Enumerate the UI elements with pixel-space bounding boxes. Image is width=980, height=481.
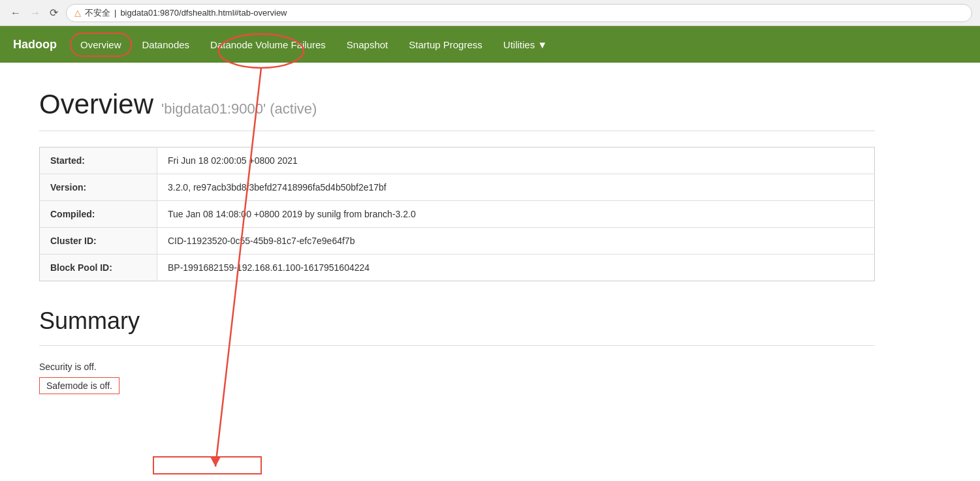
table-value: Fri Jun 18 02:00:05 +0800 2021 — [157, 147, 875, 174]
table-key: Block Pool ID: — [40, 255, 157, 281]
table-key: Version: — [40, 174, 157, 201]
nav-item-overview: Overview — [70, 33, 132, 57]
page-title-container: Overview 'bigdata01:9000' (active) — [39, 89, 875, 120]
nav-item-datanodes: Datanodes — [132, 33, 200, 57]
forward-button[interactable]: → — [27, 6, 43, 20]
back-button[interactable]: ← — [8, 6, 24, 20]
address-bar[interactable]: △ 不安全 | bigdata01:9870/dfshealth.html#ta… — [66, 4, 972, 22]
url-text: bigdata01:9870/dfshealth.html#tab-overvi… — [120, 8, 287, 18]
browser-nav-buttons: ← → ⟳ — [8, 5, 61, 20]
nav-item-snapshot: Snapshot — [336, 33, 398, 57]
main-content: Overview 'bigdata01:9000' (active) Start… — [0, 63, 914, 420]
summary-title: Summary — [39, 307, 875, 335]
nav-item-startup-progress: Startup Progress — [398, 33, 493, 57]
page-title-divider — [39, 131, 875, 131]
page-title-subtitle: 'bigdata01:9000' (active) — [161, 101, 317, 117]
nav-link-utilities[interactable]: Utilities ▼ — [493, 33, 558, 57]
table-key: Cluster ID: — [40, 228, 157, 255]
nav-item-datanode-volume-failures: Datanode Volume Failures — [200, 33, 336, 57]
nav-item-utilities: Utilities ▼ — [493, 33, 558, 57]
table-value: CID-11923520-0c55-45b9-81c7-efc7e9e64f7b — [157, 228, 875, 255]
security-label: 不安全 — [85, 7, 110, 19]
safemode-box: Safemode is off. — [39, 377, 119, 394]
nav-link-datanodes[interactable]: Datanodes — [132, 33, 200, 57]
table-value: 3.2.0, re97acb3bd8f3befd27418996fa5d4b50… — [157, 174, 875, 201]
utilities-label: Utilities — [503, 39, 535, 50]
dropdown-caret-icon: ▼ — [537, 39, 547, 50]
nav-link-datanode-volume-failures[interactable]: Datanode Volume Failures — [200, 33, 336, 57]
security-text: Security is off. — [39, 362, 875, 372]
nav-link-overview[interactable]: Overview — [70, 33, 132, 57]
table-row: Version: 3.2.0, re97acb3bd8f3befd2741899… — [40, 174, 875, 201]
table-key: Started: — [40, 147, 157, 174]
url-separator: | — [114, 8, 116, 18]
info-table: Started: Fri Jun 18 02:00:05 +0800 2021 … — [39, 147, 875, 281]
reload-button[interactable]: ⟳ — [47, 5, 61, 20]
page-title: Overview — [39, 89, 153, 120]
summary-divider — [39, 345, 875, 346]
navbar-brand[interactable]: Hadoop — [13, 38, 57, 52]
table-row: Started: Fri Jun 18 02:00:05 +0800 2021 — [40, 147, 875, 174]
nav-link-startup-progress[interactable]: Startup Progress — [398, 33, 493, 57]
browser-chrome: ← → ⟳ △ 不安全 | bigdata01:9870/dfshealth.h… — [0, 0, 980, 26]
navbar-nav: Overview Datanodes Datanode Volume Failu… — [70, 33, 558, 57]
nav-link-snapshot[interactable]: Snapshot — [336, 33, 398, 57]
table-value: BP-1991682159-192.168.61.100-16179516042… — [157, 255, 875, 281]
table-row: Compiled: Tue Jan 08 14:08:00 +0800 2019… — [40, 201, 875, 228]
table-row: Cluster ID: CID-11923520-0c55-45b9-81c7-… — [40, 228, 875, 255]
table-key: Compiled: — [40, 201, 157, 228]
security-icon: △ — [74, 8, 81, 18]
safemode-text: Safemode is off. — [46, 380, 112, 391]
table-row: Block Pool ID: BP-1991682159-192.168.61.… — [40, 255, 875, 281]
navbar: Hadoop Overview Datanodes Datanode Volum… — [0, 26, 980, 63]
table-value: Tue Jan 08 14:08:00 +0800 2019 by sunilg… — [157, 201, 875, 228]
